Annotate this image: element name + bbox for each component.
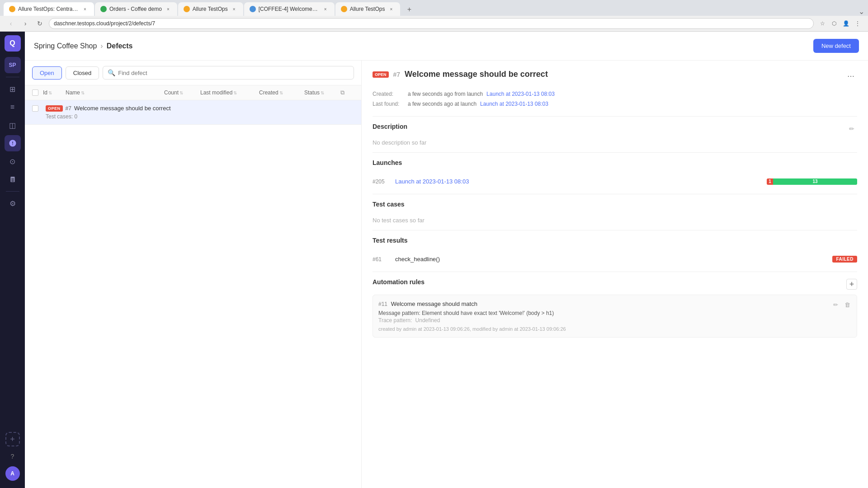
rule-footer: created by admin at 2023-01-13 09:06:26,… — [378, 326, 851, 332]
test-cases-section-header: Test cases — [373, 201, 857, 212]
search-input[interactable] — [118, 70, 349, 76]
extension-icon[interactable]: ⬡ — [829, 19, 839, 28]
automation-rule: #11 Welcome message should match Message… — [373, 295, 857, 338]
tab-4-label: [COFFEE-4] Welcome me... — [259, 6, 319, 12]
tab-2-label: Orders - Coffee demo — [109, 6, 162, 12]
launch-progress-bar: 1 13 — [767, 178, 857, 185]
forward-button[interactable]: › — [20, 18, 31, 29]
closed-filter-button[interactable]: Closed — [66, 66, 99, 80]
add-automation-rule-button[interactable]: + — [846, 279, 857, 290]
integrations-icon — [9, 176, 16, 183]
avatar[interactable]: A — [5, 466, 20, 481]
url-text: daschner.testops.cloud/project/2/defects… — [54, 20, 155, 27]
tab-1[interactable]: Allure TestOps: Centrali... × — [4, 2, 94, 16]
th-last-modified[interactable]: Last modified ⇅ — [200, 89, 259, 96]
divider-2 — [373, 152, 857, 153]
th-status[interactable]: Status ⇅ — [304, 89, 340, 96]
tab-5-close[interactable]: × — [387, 5, 395, 13]
rule-delete-button[interactable]: 🗑 — [842, 300, 852, 310]
star-icon[interactable]: ☆ — [817, 19, 827, 28]
sidebar-item-settings[interactable]: ⚙ — [5, 195, 21, 211]
menu-icon[interactable]: ⋮ — [853, 19, 863, 28]
sidebar-item-sp[interactable]: SP — [5, 57, 21, 73]
add-project-button[interactable]: + — [5, 432, 20, 446]
search-icon: 🔍 — [108, 69, 115, 76]
tab-4[interactable]: [COFFEE-4] Welcome me... × — [244, 2, 335, 16]
tab-1-icon — [9, 6, 15, 12]
tab-3[interactable]: Allure TestOps × — [178, 2, 243, 16]
description-edit-button[interactable]: ✏ — [846, 123, 857, 134]
tab-5-icon — [341, 6, 347, 12]
th-name[interactable]: Name ⇅ — [66, 89, 164, 96]
row-checkbox[interactable] — [32, 105, 38, 112]
page-header: Spring Coffee Shop › Defects New defect — [25, 32, 868, 61]
sidebar-item-dashboard[interactable]: ⊞ — [5, 81, 21, 97]
copy-icon[interactable]: ⧉ — [340, 89, 344, 96]
content-area: Open Closed 🔍 Id ⇅ — [25, 61, 868, 488]
detail-open-badge: OPEN — [373, 71, 389, 78]
detail-title-area: OPEN #7 Welcome message should be correc… — [373, 70, 844, 79]
tab-3-close[interactable]: × — [231, 5, 238, 13]
rule-id: #11 — [378, 301, 387, 307]
created-label: Created: — [373, 89, 404, 99]
breadcrumb-project[interactable]: Spring Coffee Shop — [34, 42, 97, 50]
th-created[interactable]: Created ⇅ — [259, 89, 304, 96]
new-tab-button[interactable]: + — [403, 3, 415, 16]
defect-detail-panel: OPEN #7 Welcome message should be correc… — [362, 61, 868, 488]
created-launch-link[interactable]: Launch at 2023-01-13 08:03 — [486, 89, 555, 99]
tab-2-close[interactable]: × — [165, 5, 172, 13]
launch-id: #205 — [373, 178, 391, 185]
new-defect-button[interactable]: New defect — [813, 39, 859, 53]
launch-row: #205 Launch at 2023-01-13 08:03 1 13 — [373, 175, 857, 188]
browser-actions: ☆ ⬡ 👤 ⋮ — [817, 19, 863, 28]
th-actions: ⧉ — [340, 89, 354, 96]
rule-edit-button[interactable]: ✏ — [830, 300, 840, 310]
detail-title: Welcome message should be correct — [405, 70, 548, 79]
tab-1-close[interactable]: × — [81, 5, 89, 13]
tab-dropdown[interactable]: ⌄ — [859, 7, 864, 16]
reload-button[interactable]: ↻ — [34, 18, 45, 29]
th-count[interactable]: Count ⇅ — [164, 89, 200, 96]
created-meta-row: Created: a few seconds ago from launch L… — [373, 89, 857, 99]
back-button[interactable]: ‹ — [5, 18, 16, 29]
failed-status-badge: FAILED — [832, 256, 857, 263]
filter-bar: Open Closed 🔍 — [25, 61, 361, 85]
description-title: Description — [373, 123, 407, 130]
rule-title: #11 Welcome message should match — [378, 300, 851, 307]
rule-actions: ✏ 🗑 — [830, 300, 852, 310]
message-pattern-value: Element should have exact text 'Welcome!… — [422, 310, 554, 316]
sidebar-item-list[interactable]: ≡ — [5, 99, 21, 115]
sidebar-item-defects[interactable] — [5, 135, 21, 151]
launch-name[interactable]: Launch at 2023-01-13 08:03 — [395, 178, 762, 185]
detail-header: OPEN #7 Welcome message should be correc… — [373, 70, 857, 82]
open-status-badge: OPEN — [46, 105, 63, 112]
profile-icon[interactable]: 👤 — [841, 19, 851, 28]
tab-4-icon — [250, 6, 256, 12]
tab-4-close[interactable]: × — [322, 5, 329, 13]
th-id[interactable]: Id ⇅ — [43, 89, 66, 96]
th-select-all — [32, 89, 43, 96]
rule-message-pattern: Message pattern: Element should have exa… — [378, 310, 851, 316]
count-sort-icon: ⇅ — [179, 90, 183, 95]
url-bar[interactable]: daschner.testops.cloud/project/2/defects… — [49, 18, 814, 29]
detail-meta: Created: a few seconds ago from launch L… — [373, 89, 857, 109]
tab-5[interactable]: Allure TestOps × — [335, 2, 401, 16]
sidebar-item-search[interactable]: ⊙ — [5, 153, 21, 169]
test-result-name[interactable]: check_headline() — [395, 256, 828, 263]
tab-2-icon — [100, 6, 107, 12]
table-row[interactable]: OPEN #7 Welcome message should be correc… — [25, 100, 361, 125]
test-result-row: #61 check_headline() FAILED — [373, 253, 857, 265]
sidebar-item-help[interactable]: ? — [5, 448, 21, 465]
sidebar-item-integrations[interactable] — [5, 171, 21, 188]
row-checkbox-area — [32, 105, 43, 112]
last-found-launch-link[interactable]: Launch at 2023-01-13 08:03 — [480, 99, 548, 109]
tab-5-label: Allure TestOps — [350, 6, 385, 12]
app-logo[interactable]: Q — [5, 35, 21, 52]
sidebar-item-results[interactable]: ◫ — [5, 117, 21, 133]
detail-more-menu-button[interactable]: ⋯ — [844, 70, 857, 82]
tab-2[interactable]: Orders - Coffee demo × — [95, 2, 177, 16]
select-all-checkbox[interactable] — [32, 89, 38, 96]
open-filter-button[interactable]: Open — [32, 66, 62, 80]
test-cases-empty-text: No test cases so far — [373, 217, 857, 224]
defect-list-panel: Open Closed 🔍 Id ⇅ — [25, 61, 362, 488]
